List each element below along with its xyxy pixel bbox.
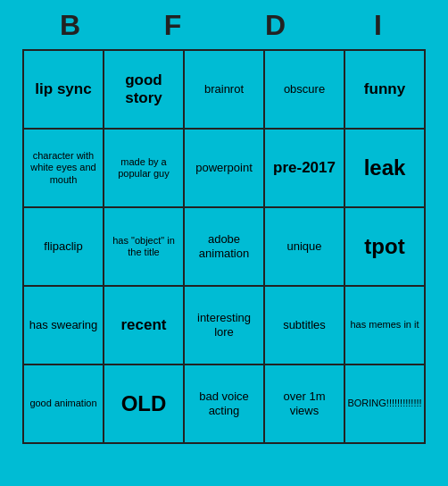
cell-10: flipaclip: [24, 208, 103, 285]
header-row: B F D I: [19, 0, 429, 49]
cell-21: OLD: [104, 365, 183, 442]
cell-16: recent: [104, 287, 183, 364]
cell-18: subtitles: [265, 287, 344, 364]
header-b: B: [35, 9, 106, 42]
cell-8: pre-2017: [265, 130, 344, 206]
cell-4: funny: [345, 51, 424, 128]
cell-6: made by a popular guy: [104, 130, 183, 206]
header-i: I: [343, 9, 414, 42]
cell-2: brainrot: [185, 51, 263, 128]
cell-5: character with white eyes and mouth: [24, 130, 103, 206]
cell-7: powerpoint: [185, 130, 263, 206]
cell-23: over 1m views: [265, 365, 344, 442]
cell-12: adobe animation: [185, 208, 263, 285]
cell-1: good story: [104, 51, 183, 128]
cell-9: leak: [345, 130, 424, 206]
cell-11: has "object" in the title: [104, 208, 183, 285]
cell-19: has memes in it: [345, 287, 424, 364]
header-d: D: [240, 9, 311, 42]
cell-15: has swearing: [24, 287, 103, 364]
header-f: F: [137, 9, 209, 42]
cell-20: good animation: [24, 365, 103, 442]
cell-17: interesting lore: [185, 287, 263, 364]
cell-3: obscure: [265, 51, 344, 128]
bingo-grid: lip syncgood storybrainrotobscurefunnych…: [22, 49, 426, 444]
cell-14: tpot: [345, 208, 424, 285]
cell-0: lip sync: [24, 51, 103, 128]
cell-22: bad voice acting: [185, 365, 263, 442]
cell-13: unique: [265, 208, 344, 285]
cell-24: BORING!!!!!!!!!!!!!: [345, 365, 424, 442]
